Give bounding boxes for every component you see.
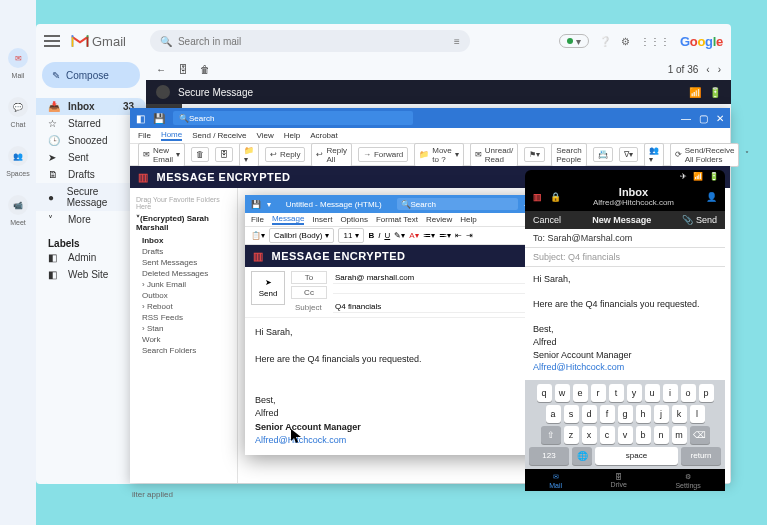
key-v[interactable]: v <box>618 426 633 444</box>
filter-button[interactable]: ∇▾ <box>619 147 638 162</box>
menu-options[interactable]: Options <box>340 215 368 224</box>
folder-inbox[interactable]: Inbox <box>142 235 231 246</box>
folder-work[interactable]: Work <box>142 334 231 345</box>
underline-button[interactable]: U <box>384 231 390 240</box>
menu-sendreceive[interactable]: Send / Receive <box>192 131 246 140</box>
key-d[interactable]: d <box>582 405 597 423</box>
outdent-button[interactable]: ⇥ <box>466 231 473 240</box>
menu-icon[interactable] <box>44 35 60 47</box>
mobile-to-field[interactable]: To: Sarah@Marshal.com <box>525 229 725 248</box>
folder-drafts[interactable]: Drafts <box>142 246 231 257</box>
ribbon-collapse-icon[interactable]: ˅ <box>745 150 749 159</box>
save-icon[interactable]: 💾 <box>251 200 261 209</box>
key-⇧[interactable]: ⇧ <box>541 426 561 444</box>
highlight-button[interactable]: ✎▾ <box>394 231 405 240</box>
menu-help[interactable]: Help <box>460 215 476 224</box>
menu-message[interactable]: Message <box>272 214 304 225</box>
key-h[interactable]: h <box>636 405 651 423</box>
key-q[interactable]: q <box>537 384 552 402</box>
folder-search[interactable]: Search Folders <box>142 345 231 356</box>
italic-button[interactable]: I <box>378 231 380 240</box>
key-g[interactable]: g <box>618 405 633 423</box>
secure-message-row[interactable]: Secure Message 📶 🔋 <box>146 80 731 104</box>
folder-sent[interactable]: Sent Messages <box>142 257 231 268</box>
menu-formattext[interactable]: Format Text <box>376 215 418 224</box>
key-space[interactable]: space <box>595 447 678 465</box>
key-p[interactable]: p <box>699 384 714 402</box>
folder-reboot[interactable]: › Reboot <box>142 301 231 312</box>
mobile-send[interactable]: 📎 Send <box>682 215 717 225</box>
nav-mail[interactable]: ✉Mail <box>549 473 562 489</box>
paste-button[interactable]: 📋▾ <box>251 231 265 240</box>
profile-icon[interactable]: 👤 <box>706 192 717 202</box>
archive-button[interactable]: 🗄 <box>215 147 233 162</box>
to-button[interactable]: To <box>291 271 327 284</box>
spaces-app-icon[interactable]: 👥 <box>8 146 28 166</box>
key-globe[interactable]: 🌐 <box>572 447 592 465</box>
font-color-button[interactable]: A▾ <box>409 231 418 240</box>
search-people[interactable]: Search People <box>551 143 586 167</box>
menu-file[interactable]: File <box>251 215 264 224</box>
move-button[interactable]: 📁 ▾ <box>239 143 259 167</box>
key-x[interactable]: x <box>582 426 597 444</box>
indent-button[interactable]: ⇤ <box>455 231 462 240</box>
outlook-search[interactable]: 🔍 Search <box>173 111 413 125</box>
key-l[interactable]: l <box>690 405 705 423</box>
m-email-link[interactable]: Alfred@Hitchcock.com <box>533 362 624 372</box>
gmail-search[interactable]: 🔍 Search in mail ≡ <box>150 30 470 52</box>
key-m[interactable]: m <box>672 426 687 444</box>
folder-outbox[interactable]: Outbox <box>142 290 231 301</box>
bold-button[interactable]: B <box>368 231 374 240</box>
sendreceive-button[interactable]: ⟳ Send/Receive All Folders <box>670 143 740 167</box>
key-k[interactable]: k <box>672 405 687 423</box>
key-a[interactable]: a <box>546 405 561 423</box>
font-select[interactable]: Calibri (Body) ▾ <box>269 228 334 243</box>
meet-app-icon[interactable]: 📹 <box>8 195 28 215</box>
key-f[interactable]: f <box>600 405 615 423</box>
new-email-button[interactable]: ✉ New Email ▾ <box>138 143 185 167</box>
mobile-cancel[interactable]: Cancel <box>533 215 561 225</box>
next-icon[interactable]: › <box>718 64 721 75</box>
key-y[interactable]: y <box>627 384 642 402</box>
menu-view[interactable]: View <box>257 131 274 140</box>
menu-insert[interactable]: Insert <box>312 215 332 224</box>
nav-settings[interactable]: ⚙Settings <box>675 473 700 489</box>
bullets-button[interactable]: ≔▾ <box>423 231 435 240</box>
unread-button[interactable]: ✉ Unread/ Read <box>470 143 518 167</box>
minimize-icon[interactable]: — <box>681 113 691 124</box>
cc-button[interactable]: Cc <box>291 286 327 299</box>
back-icon[interactable]: ← <box>156 64 166 75</box>
key-c[interactable]: c <box>600 426 615 444</box>
moveto-button[interactable]: 📁 Move to ? ▾ <box>414 143 464 167</box>
key-n[interactable]: n <box>654 426 669 444</box>
key-o[interactable]: o <box>681 384 696 402</box>
mail-app-icon[interactable]: ✉ <box>8 48 28 68</box>
key-123[interactable]: 123 <box>529 447 569 465</box>
send-button[interactable]: ➤ Send <box>251 271 285 305</box>
close-icon[interactable]: ✕ <box>716 113 724 124</box>
prev-icon[interactable]: ‹ <box>706 64 709 75</box>
menu-review[interactable]: Review <box>426 215 452 224</box>
folder-rss[interactable]: RSS Feeds <box>142 312 231 323</box>
groups-button[interactable]: 👥▾ <box>644 143 664 167</box>
reply-button[interactable]: ↩ Reply <box>265 147 305 162</box>
folder-junk[interactable]: › Junk Email <box>142 279 231 290</box>
save-icon[interactable]: 💾 <box>153 113 165 124</box>
nav-drive[interactable]: 🗄Drive <box>611 473 627 489</box>
menu-home[interactable]: Home <box>161 130 182 141</box>
key-u[interactable]: u <box>645 384 660 402</box>
key-s[interactable]: s <box>564 405 579 423</box>
archive-icon[interactable]: 🗄 <box>178 64 188 75</box>
account-name[interactable]: ˅(Encrypted) Sarah Marshall <box>136 214 231 232</box>
key-return[interactable]: return <box>681 447 721 465</box>
key-w[interactable]: w <box>555 384 570 402</box>
mobile-subject-field[interactable]: Subject: Q4 financials <box>525 248 725 267</box>
filter-icon[interactable]: ≡ <box>454 36 460 47</box>
mobile-body[interactable]: Hi Sarah, Here are the Q4 financials you… <box>525 267 725 380</box>
chat-app-icon[interactable]: 💬 <box>8 97 28 117</box>
maximize-icon[interactable]: ▢ <box>699 113 708 124</box>
key-b[interactable]: b <box>636 426 651 444</box>
status-pill[interactable]: ▾ <box>559 34 589 48</box>
menu-help[interactable]: Help <box>284 131 300 140</box>
key-⌫[interactable]: ⌫ <box>690 426 710 444</box>
